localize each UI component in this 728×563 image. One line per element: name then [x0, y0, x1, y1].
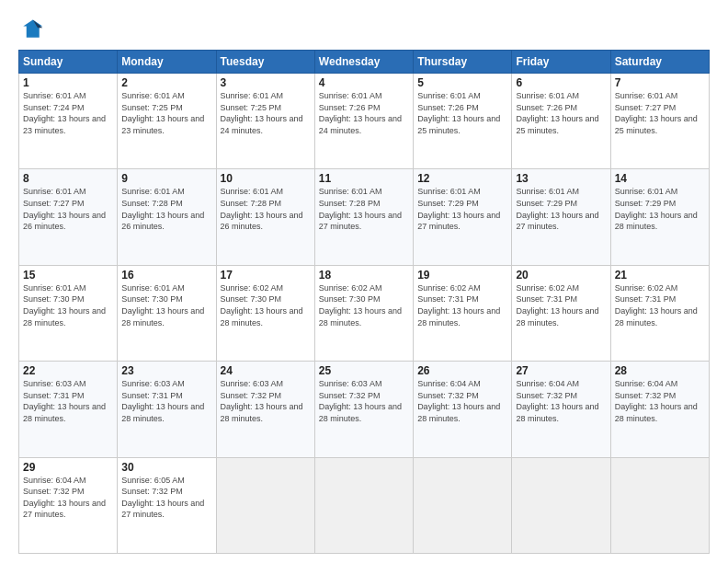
day-info: Sunrise: 6:01 AMSunset: 7:27 PMDaylight:… — [23, 186, 113, 232]
day-info: Sunrise: 6:03 AMSunset: 7:31 PMDaylight:… — [23, 378, 113, 424]
day-number: 17 — [221, 269, 311, 282]
calendar-cell: 24Sunrise: 6:03 AMSunset: 7:32 PMDayligh… — [216, 362, 314, 457]
day-number: 7 — [615, 76, 705, 89]
calendar-cell: 8Sunrise: 6:01 AMSunset: 7:27 PMDaylight… — [19, 169, 118, 265]
header-row: SundayMondayTuesdayWednesdayThursdayFrid… — [19, 51, 710, 74]
calendar-cell: 1Sunrise: 6:01 AMSunset: 7:24 PMDaylight… — [19, 74, 118, 169]
calendar-cell: 20Sunrise: 6:02 AMSunset: 7:31 PMDayligh… — [512, 265, 610, 361]
day-info: Sunrise: 6:01 AMSunset: 7:30 PMDaylight:… — [23, 282, 113, 328]
day-info: Sunrise: 6:04 AMSunset: 7:32 PMDaylight:… — [615, 378, 705, 424]
calendar-cell: 9Sunrise: 6:01 AMSunset: 7:28 PMDaylight… — [118, 169, 216, 265]
week-row-5: 29Sunrise: 6:04 AMSunset: 7:32 PMDayligh… — [19, 457, 710, 553]
day-number: 11 — [319, 172, 409, 185]
day-info: Sunrise: 6:02 AMSunset: 7:31 PMDaylight:… — [417, 282, 507, 328]
week-row-1: 1Sunrise: 6:01 AMSunset: 7:24 PMDaylight… — [19, 74, 710, 169]
calendar-cell — [216, 457, 314, 553]
day-number: 28 — [615, 364, 705, 377]
day-info: Sunrise: 6:01 AMSunset: 7:30 PMDaylight:… — [121, 282, 211, 328]
calendar-cell: 5Sunrise: 6:01 AMSunset: 7:26 PMDaylight… — [414, 74, 512, 169]
calendar-cell: 10Sunrise: 6:01 AMSunset: 7:28 PMDayligh… — [216, 169, 314, 265]
calendar-cell: 21Sunrise: 6:02 AMSunset: 7:31 PMDayligh… — [610, 265, 709, 361]
day-number: 1 — [23, 76, 113, 89]
day-info: Sunrise: 6:03 AMSunset: 7:31 PMDaylight:… — [121, 378, 211, 424]
day-info: Sunrise: 6:01 AMSunset: 7:24 PMDaylight:… — [23, 90, 113, 136]
calendar-cell: 7Sunrise: 6:01 AMSunset: 7:27 PMDaylight… — [610, 74, 709, 169]
header-day-wednesday: Wednesday — [314, 51, 413, 74]
day-number: 20 — [516, 269, 606, 282]
day-info: Sunrise: 6:01 AMSunset: 7:25 PMDaylight:… — [121, 90, 211, 136]
day-info: Sunrise: 6:04 AMSunset: 7:32 PMDaylight:… — [417, 378, 507, 424]
day-number: 24 — [221, 364, 311, 377]
day-info: Sunrise: 6:01 AMSunset: 7:28 PMDaylight:… — [221, 186, 311, 232]
logo-icon — [18, 17, 44, 42]
calendar-cell: 17Sunrise: 6:02 AMSunset: 7:30 PMDayligh… — [216, 265, 314, 361]
day-info: Sunrise: 6:01 AMSunset: 7:29 PMDaylight:… — [516, 186, 606, 232]
day-number: 6 — [516, 76, 606, 89]
week-row-2: 8Sunrise: 6:01 AMSunset: 7:27 PMDaylight… — [19, 169, 710, 265]
header-day-sunday: Sunday — [19, 51, 118, 74]
calendar-cell: 22Sunrise: 6:03 AMSunset: 7:31 PMDayligh… — [19, 362, 118, 457]
day-info: Sunrise: 6:02 AMSunset: 7:31 PMDaylight:… — [516, 282, 606, 328]
calendar-cell: 28Sunrise: 6:04 AMSunset: 7:32 PMDayligh… — [610, 362, 709, 457]
calendar-cell: 27Sunrise: 6:04 AMSunset: 7:32 PMDayligh… — [512, 362, 610, 457]
header-day-monday: Monday — [118, 51, 216, 74]
day-info: Sunrise: 6:01 AMSunset: 7:26 PMDaylight:… — [319, 90, 409, 136]
day-number: 22 — [23, 364, 113, 377]
day-number: 3 — [221, 76, 311, 89]
day-number: 30 — [121, 461, 211, 474]
day-number: 26 — [417, 364, 507, 377]
day-number: 25 — [319, 364, 409, 377]
calendar-cell: 23Sunrise: 6:03 AMSunset: 7:31 PMDayligh… — [118, 362, 216, 457]
calendar-cell: 11Sunrise: 6:01 AMSunset: 7:28 PMDayligh… — [314, 169, 413, 265]
week-row-3: 15Sunrise: 6:01 AMSunset: 7:30 PMDayligh… — [19, 265, 710, 361]
day-info: Sunrise: 6:01 AMSunset: 7:28 PMDaylight:… — [121, 186, 211, 232]
header-day-saturday: Saturday — [610, 51, 709, 74]
calendar-cell: 30Sunrise: 6:05 AMSunset: 7:32 PMDayligh… — [118, 457, 216, 553]
week-row-4: 22Sunrise: 6:03 AMSunset: 7:31 PMDayligh… — [19, 362, 710, 457]
day-number: 4 — [319, 76, 409, 89]
calendar-cell — [414, 457, 512, 553]
day-info: Sunrise: 6:02 AMSunset: 7:30 PMDaylight:… — [221, 282, 311, 328]
day-number: 14 — [615, 172, 705, 185]
day-info: Sunrise: 6:01 AMSunset: 7:25 PMDaylight:… — [221, 90, 311, 136]
calendar-cell: 3Sunrise: 6:01 AMSunset: 7:25 PMDaylight… — [216, 74, 314, 169]
day-info: Sunrise: 6:04 AMSunset: 7:32 PMDaylight:… — [23, 475, 113, 521]
day-info: Sunrise: 6:04 AMSunset: 7:32 PMDaylight:… — [516, 378, 606, 424]
day-number: 29 — [23, 461, 113, 474]
calendar-cell: 29Sunrise: 6:04 AMSunset: 7:32 PMDayligh… — [19, 457, 118, 553]
day-info: Sunrise: 6:03 AMSunset: 7:32 PMDaylight:… — [319, 378, 409, 424]
day-info: Sunrise: 6:02 AMSunset: 7:30 PMDaylight:… — [319, 282, 409, 328]
day-info: Sunrise: 6:01 AMSunset: 7:27 PMDaylight:… — [615, 90, 705, 136]
calendar-cell — [314, 457, 413, 553]
calendar-cell: 25Sunrise: 6:03 AMSunset: 7:32 PMDayligh… — [314, 362, 413, 457]
day-number: 16 — [121, 269, 211, 282]
calendar-cell: 15Sunrise: 6:01 AMSunset: 7:30 PMDayligh… — [19, 265, 118, 361]
calendar-cell: 6Sunrise: 6:01 AMSunset: 7:26 PMDaylight… — [512, 74, 610, 169]
day-number: 12 — [417, 172, 507, 185]
calendar-cell: 18Sunrise: 6:02 AMSunset: 7:30 PMDayligh… — [314, 265, 413, 361]
day-number: 19 — [417, 269, 507, 282]
day-number: 8 — [23, 172, 113, 185]
header-day-thursday: Thursday — [414, 51, 512, 74]
header-day-tuesday: Tuesday — [216, 51, 314, 74]
calendar-cell: 26Sunrise: 6:04 AMSunset: 7:32 PMDayligh… — [414, 362, 512, 457]
page: SundayMondayTuesdayWednesdayThursdayFrid… — [0, 0, 728, 563]
day-info: Sunrise: 6:03 AMSunset: 7:32 PMDaylight:… — [221, 378, 311, 424]
header — [18, 17, 710, 42]
day-number: 13 — [516, 172, 606, 185]
calendar-cell — [512, 457, 610, 553]
day-info: Sunrise: 6:01 AMSunset: 7:26 PMDaylight:… — [417, 90, 507, 136]
calendar-cell: 13Sunrise: 6:01 AMSunset: 7:29 PMDayligh… — [512, 169, 610, 265]
day-info: Sunrise: 6:02 AMSunset: 7:31 PMDaylight:… — [615, 282, 705, 328]
calendar-cell: 2Sunrise: 6:01 AMSunset: 7:25 PMDaylight… — [118, 74, 216, 169]
calendar-cell: 4Sunrise: 6:01 AMSunset: 7:26 PMDaylight… — [314, 74, 413, 169]
day-info: Sunrise: 6:01 AMSunset: 7:26 PMDaylight:… — [516, 90, 606, 136]
day-number: 21 — [615, 269, 705, 282]
day-number: 10 — [221, 172, 311, 185]
day-number: 23 — [121, 364, 211, 377]
day-info: Sunrise: 6:05 AMSunset: 7:32 PMDaylight:… — [121, 475, 211, 521]
day-info: Sunrise: 6:01 AMSunset: 7:29 PMDaylight:… — [615, 186, 705, 232]
calendar-cell: 14Sunrise: 6:01 AMSunset: 7:29 PMDayligh… — [610, 169, 709, 265]
day-number: 27 — [516, 364, 606, 377]
header-day-friday: Friday — [512, 51, 610, 74]
